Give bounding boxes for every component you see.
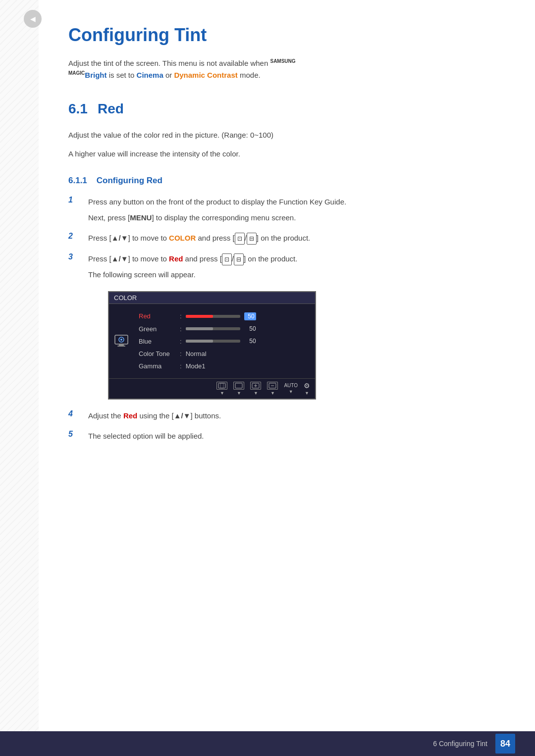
intro-paragraph: Adjust the tint of the screen. This menu… bbox=[68, 57, 440, 81]
menu-label-green: Green bbox=[139, 325, 176, 333]
settings-icon: ⚙ bbox=[304, 382, 310, 390]
step-1-note: Next, press [MENU] to display the corres… bbox=[88, 211, 346, 224]
section-6-1-desc1: Adjust the value of the color red in the… bbox=[68, 129, 440, 142]
step-1-text: Press any button on the front of the pro… bbox=[88, 198, 346, 206]
slider-green: 50 bbox=[186, 325, 310, 332]
subsection-6-1-1-heading: 6.1.1 Configuring Red bbox=[68, 176, 505, 186]
toolbar-btn-1: ▼ bbox=[216, 382, 227, 396]
slider-value-green: 50 bbox=[244, 325, 256, 332]
slider-red: 50 bbox=[186, 312, 310, 320]
subsection-number: 6.1.1 bbox=[68, 176, 87, 185]
step-4: 4 Adjust the Red using the [▲/▼] buttons… bbox=[68, 409, 505, 422]
slider-track-red bbox=[186, 315, 240, 318]
step-3-content: Press [▲/▼] to move to Red and press [⊡/… bbox=[88, 252, 297, 281]
page-title: Configuring Tint bbox=[68, 25, 505, 46]
steps-list: 1 Press any button on the front of the p… bbox=[68, 196, 505, 281]
toolbar-icon-4 bbox=[267, 382, 278, 390]
menu-item-green: Green : 50 bbox=[134, 323, 315, 335]
page-number: 84 bbox=[495, 734, 515, 754]
svg-rect-7 bbox=[235, 383, 242, 388]
page-footer: 6 Configuring Tint 84 bbox=[0, 731, 535, 756]
cinema-label: Cinema bbox=[137, 71, 163, 79]
screen-mockup-container: COLOR Red : bbox=[88, 291, 336, 400]
toolbar-btn-auto: AUTO ▼ bbox=[284, 383, 298, 394]
slider-blue: 50 bbox=[186, 338, 310, 345]
screen-toolbar: ▼ ▼ ▼ ▼ bbox=[109, 378, 315, 399]
section-6-1-desc2: A higher value will increase the intensi… bbox=[68, 148, 440, 160]
menu-item-gamma: Gamma : Mode1 bbox=[134, 360, 315, 372]
left-stripe bbox=[0, 0, 39, 756]
menu-label-color-tone: Color Tone bbox=[139, 350, 176, 357]
svg-rect-2 bbox=[117, 346, 125, 347]
step-3-num: 3 bbox=[68, 252, 78, 261]
toolbar-icon-2 bbox=[233, 382, 244, 390]
intro-text-before: Adjust the tint of the screen. This menu… bbox=[68, 59, 270, 67]
gamma-value: Mode1 bbox=[186, 362, 206, 370]
svg-rect-6 bbox=[220, 383, 223, 388]
menu-label-gamma: Gamma bbox=[139, 362, 176, 370]
back-button[interactable] bbox=[24, 10, 42, 28]
monitor-icon bbox=[109, 308, 134, 374]
step-1: 1 Press any button on the front of the p… bbox=[68, 196, 505, 224]
svg-rect-1 bbox=[119, 344, 124, 346]
intro-text-or: or bbox=[165, 71, 174, 79]
menu-item-blue: Blue : 50 bbox=[134, 335, 315, 348]
dynamic-contrast-label: Dynamic Contrast bbox=[174, 71, 237, 79]
toolbar-btn-settings: ⚙ ▼ bbox=[304, 382, 310, 396]
toolbar-auto-label: AUTO bbox=[284, 383, 298, 388]
screen-mockup: COLOR Red : bbox=[108, 291, 316, 400]
section-6-1-heading: 6.1 Red bbox=[68, 101, 505, 117]
subsection-title: Configuring Red bbox=[97, 176, 162, 185]
step-1-content: Press any button on the front of the pro… bbox=[88, 196, 346, 224]
slider-value-red: 50 bbox=[244, 312, 256, 320]
section-6-1-number: 6.1 bbox=[68, 101, 88, 117]
slider-value-blue: 50 bbox=[244, 338, 256, 345]
step-3-note: The following screen will appear. bbox=[88, 268, 297, 281]
intro-text-middle: is set to bbox=[109, 71, 137, 79]
step-3: 3 Press [▲/▼] to move to Red and press [… bbox=[68, 252, 505, 281]
step-5-num: 5 bbox=[68, 430, 78, 439]
step-5-content: The selected option will be applied. bbox=[88, 430, 204, 443]
menu-item-color-tone: Color Tone : Normal bbox=[134, 348, 315, 360]
color-tone-value: Normal bbox=[186, 350, 207, 357]
step-5: 5 The selected option will be applied. bbox=[68, 430, 505, 443]
slider-track-green bbox=[186, 327, 240, 330]
screen-header: COLOR bbox=[109, 292, 315, 304]
step-2-content: Press [▲/▼] to move to COLOR and press [… bbox=[88, 232, 310, 245]
slider-fill-green bbox=[186, 327, 213, 330]
svg-point-4 bbox=[120, 339, 122, 341]
section-6-1-title: Red bbox=[98, 101, 124, 117]
step-2: 2 Press [▲/▼] to move to COLOR and press… bbox=[68, 232, 505, 245]
menu-list: Red : 50 Green : bbox=[134, 308, 315, 374]
step-1-num: 1 bbox=[68, 196, 78, 204]
slider-fill-red bbox=[186, 315, 213, 318]
slider-track-blue bbox=[186, 340, 240, 343]
menu-label-red: Red bbox=[139, 312, 176, 320]
svg-rect-5 bbox=[218, 383, 225, 388]
menu-item-red: Red : 50 bbox=[134, 310, 315, 323]
menu-label-blue: Blue bbox=[139, 338, 176, 345]
toolbar-icon-1 bbox=[216, 382, 227, 390]
slider-fill-blue bbox=[186, 340, 213, 343]
toolbar-icon-3 bbox=[250, 382, 261, 390]
step-4-num: 4 bbox=[68, 409, 78, 418]
toolbar-btn-2: ▼ bbox=[233, 382, 244, 396]
toolbar-btn-4: ▼ bbox=[267, 382, 278, 396]
bright-label: Bright bbox=[85, 71, 107, 79]
screen-body: Red : 50 Green : bbox=[109, 304, 315, 378]
steps-list-2: 4 Adjust the Red using the [▲/▼] buttons… bbox=[68, 409, 505, 443]
intro-text-after: mode. bbox=[240, 71, 261, 79]
toolbar-btn-3: ▼ bbox=[250, 382, 261, 396]
step-2-num: 2 bbox=[68, 232, 78, 241]
step-4-content: Adjust the Red using the [▲/▼] buttons. bbox=[88, 409, 221, 422]
footer-label: 6 Configuring Tint bbox=[433, 740, 487, 748]
step-5-text: The selected option will be applied. bbox=[88, 432, 204, 440]
